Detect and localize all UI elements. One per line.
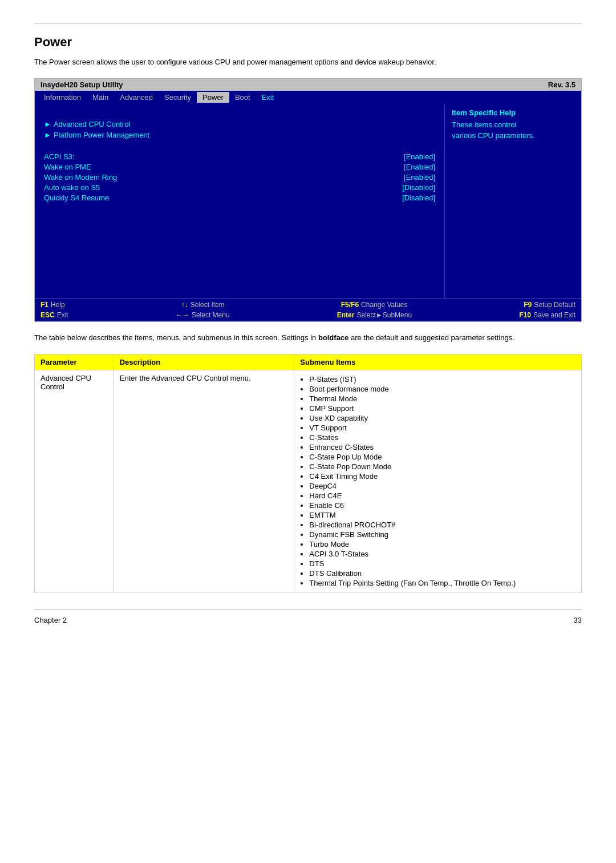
- bios-rev: Rev. 3.5: [548, 80, 576, 89]
- list-item: EMTTM: [309, 511, 576, 519]
- f1-key: F1: [40, 301, 48, 309]
- list-item: Use XD capability: [309, 414, 576, 422]
- bios-menu-advanced-cpu[interactable]: ► Advanced CPU Control: [44, 120, 435, 128]
- footer-select-item: ↑↓ Select Item: [181, 301, 225, 309]
- bios-nav-boot[interactable]: Boot: [229, 92, 256, 103]
- change-values-label: Change Values: [361, 301, 407, 309]
- quickly-s4-value: [Disabled]: [402, 193, 435, 202]
- bios-box: InsydeH20 Setup Utility Rev. 3.5 Informa…: [34, 78, 582, 322]
- platform-power-label: Platform Power Management: [54, 131, 149, 139]
- list-item: CMP Support: [309, 404, 576, 413]
- setup-default-label: Setup Default: [534, 301, 576, 309]
- list-item: C-State Pop Down Mode: [309, 462, 576, 471]
- bios-setting-wake-pme[interactable]: Wake on PME [Enabled]: [44, 163, 435, 171]
- bios-setting-acpi-s3[interactable]: ACPI S3: [Enabled]: [44, 152, 435, 161]
- footer-enter-submenu: Enter Select►SubMenu: [337, 311, 412, 319]
- list-item: DeepC4: [309, 482, 576, 490]
- col-header-parameter: Parameter: [35, 354, 114, 370]
- page-footer: Chapter 2 33: [34, 610, 582, 624]
- f9-key: F9: [524, 301, 532, 309]
- quickly-s4-name: Quickly S4 Resume: [44, 193, 158, 202]
- col-header-description: Description: [114, 354, 294, 370]
- bios-content: ► Advanced CPU Control ► Platform Power …: [35, 104, 581, 298]
- advanced-cpu-label: Advanced CPU Control: [54, 120, 130, 128]
- col-header-submenu: Submenu Items: [294, 354, 582, 370]
- arrow-icon: ►: [44, 120, 51, 128]
- sidebar-line-1: These items control: [452, 119, 574, 131]
- enter-submenu-label: Select►SubMenu: [356, 311, 412, 319]
- wake-modem-value: [Enabled]: [404, 173, 435, 182]
- list-item: Turbo Mode: [309, 540, 576, 549]
- bios-menu-platform-power[interactable]: ► Platform Power Management: [44, 131, 435, 139]
- bios-nav-advanced[interactable]: Advanced: [114, 92, 159, 103]
- footer-setup-default: F9 Setup Default: [524, 301, 576, 309]
- leftright-key: ←→: [176, 311, 189, 319]
- wake-pme-name: Wake on PME: [44, 163, 158, 171]
- list-item: P-States (IST): [309, 375, 576, 384]
- list-item: Bi-directional PROCHOT#: [309, 521, 576, 529]
- save-exit-label: Save and Exit: [533, 311, 576, 319]
- bios-footer-row-1: F1 Help ↑↓ Select Item F5/F6 Change Valu…: [40, 301, 576, 309]
- intro-text: The Power screen allows the user to conf…: [34, 57, 582, 68]
- desc-below-bios: The table below describes the items, men…: [34, 332, 582, 344]
- footer-save-exit: F10 Save and Exit: [519, 311, 576, 319]
- f10-key: F10: [519, 311, 531, 319]
- acpi-s3-name: ACPI S3:: [44, 152, 158, 161]
- param-table: Parameter Description Submenu Items Adva…: [34, 354, 582, 592]
- enter-key: Enter: [337, 311, 355, 319]
- f5f6-key: F5/F6: [341, 301, 359, 309]
- bios-main-panel: ► Advanced CPU Control ► Platform Power …: [35, 104, 444, 298]
- esc-key: ESC: [40, 311, 55, 319]
- submenu-cell-advanced-cpu: P-States (IST) Boot performance mode The…: [294, 370, 582, 592]
- bios-setting-wake-modem[interactable]: Wake on Modem Ring [Enabled]: [44, 173, 435, 182]
- footer-page-number: 33: [574, 616, 582, 624]
- list-item: Dynamic FSB Switching: [309, 530, 576, 539]
- bios-nav-main[interactable]: Main: [87, 92, 114, 103]
- page-title: Power: [34, 35, 582, 50]
- list-item: Thermal Mode: [309, 394, 576, 403]
- updown-key: ↑↓: [181, 301, 188, 309]
- bios-setting-auto-wake-s5[interactable]: Auto wake on S5 [Disabled]: [44, 183, 435, 192]
- list-item: Thermal Trip Points Setting (Fan On Temp…: [309, 579, 576, 587]
- list-item: ACPI 3.0 T-States: [309, 550, 576, 558]
- footer-change-values: F5/F6 Change Values: [341, 301, 408, 309]
- bios-sidebar: Item Specific Help These items control v…: [444, 104, 581, 298]
- f1-label: Help: [51, 301, 65, 309]
- bios-nav-bar: Information Main Advanced Security Power…: [35, 91, 581, 104]
- list-item: DTS Calibration: [309, 569, 576, 578]
- sidebar-line-2: various CPU parameters.: [452, 130, 574, 142]
- footer-select-menu: ←→ Select Menu: [176, 311, 230, 319]
- list-item: C4 Exit Timing Mode: [309, 472, 576, 481]
- bios-nav-exit[interactable]: Exit: [256, 92, 280, 103]
- auto-wake-s5-name: Auto wake on S5: [44, 183, 158, 192]
- bios-nav-information[interactable]: Information: [38, 92, 87, 103]
- footer-esc-exit: ESC Exit: [40, 311, 68, 319]
- sidebar-title: Item Specific Help: [452, 108, 574, 117]
- param-cell-advanced-cpu: Advanced CPUControl: [35, 370, 114, 592]
- select-menu-label: Select Menu: [192, 311, 230, 319]
- list-item: Enable C6: [309, 501, 576, 510]
- list-item: Boot performance mode: [309, 385, 576, 393]
- bios-setting-quickly-s4[interactable]: Quickly S4 Resume [Disabled]: [44, 193, 435, 202]
- list-item: DTS: [309, 559, 576, 568]
- bios-footer: F1 Help ↑↓ Select Item F5/F6 Change Valu…: [35, 298, 581, 321]
- auto-wake-s5-value: [Disabled]: [402, 183, 435, 192]
- bios-title: InsydeH20 Setup Utility: [40, 80, 123, 89]
- arrow-icon-2: ►: [44, 131, 51, 139]
- esc-exit-label: Exit: [57, 311, 68, 319]
- select-item-label: Select Item: [191, 301, 225, 309]
- bios-nav-power[interactable]: Power: [197, 92, 229, 103]
- footer-f1-help: F1 Help: [40, 301, 65, 309]
- wake-modem-name: Wake on Modem Ring: [44, 173, 158, 182]
- bios-nav-security[interactable]: Security: [159, 92, 197, 103]
- bios-footer-row-2: ESC Exit ←→ Select Menu Enter Select►Sub…: [40, 311, 576, 319]
- list-item: Hard C4E: [309, 491, 576, 500]
- list-item: Enhanced C-States: [309, 443, 576, 451]
- table-row: Advanced CPUControl Enter the Advanced C…: [35, 370, 582, 592]
- list-item: C-States: [309, 433, 576, 442]
- desc-cell-advanced-cpu: Enter the Advanced CPU Control menu.: [114, 370, 294, 592]
- bios-title-bar: InsydeH20 Setup Utility Rev. 3.5: [35, 79, 581, 91]
- list-item: VT Support: [309, 424, 576, 432]
- list-item: C-State Pop Up Mode: [309, 453, 576, 461]
- wake-pme-value: [Enabled]: [404, 163, 435, 171]
